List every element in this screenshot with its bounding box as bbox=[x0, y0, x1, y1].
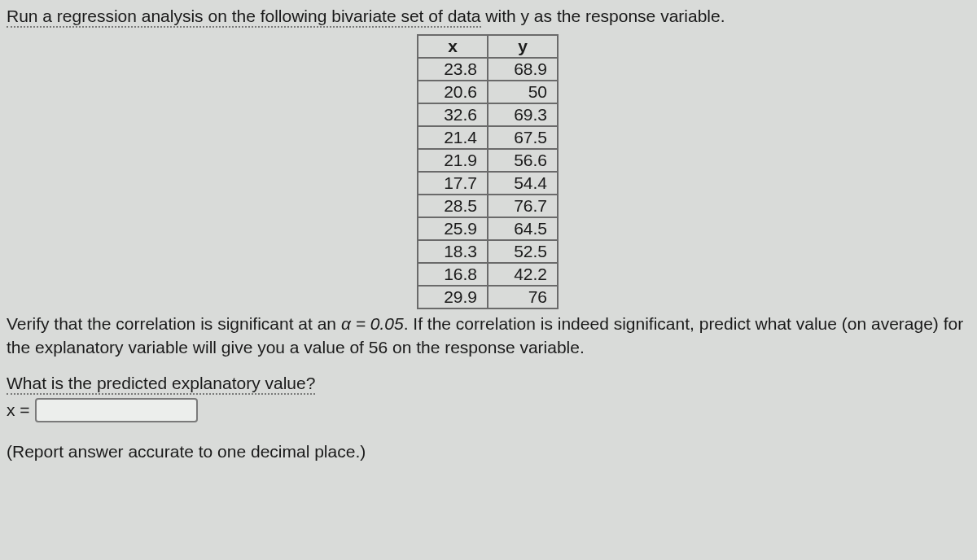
cell-x: 16.8 bbox=[418, 263, 488, 286]
cell-y: 67.5 bbox=[488, 126, 558, 149]
cell-x: 21.9 bbox=[418, 149, 488, 172]
table-row: 16.842.2 bbox=[418, 263, 558, 286]
cell-x: 28.5 bbox=[418, 195, 488, 217]
instruction-text-1a: Run a regression analysis on the followi… bbox=[7, 7, 481, 28]
table-row: 21.467.5 bbox=[418, 126, 558, 149]
table-row: 20.650 bbox=[418, 81, 558, 103]
cell-y: 54.4 bbox=[488, 172, 558, 195]
cell-x: 23.8 bbox=[418, 58, 488, 81]
col-header-y: y bbox=[488, 35, 558, 58]
cell-x: 20.6 bbox=[418, 81, 488, 103]
table-row: 28.576.7 bbox=[418, 195, 558, 217]
table-row: 29.976 bbox=[418, 286, 558, 308]
data-table: x y 23.868.920.65032.669.321.467.521.956… bbox=[417, 34, 559, 309]
cell-x: 21.4 bbox=[418, 126, 488, 149]
cell-y: 64.5 bbox=[488, 217, 558, 240]
instruction-text-1b: with y as the response variable. bbox=[481, 7, 725, 25]
col-header-x: x bbox=[418, 35, 488, 58]
cell-x: 25.9 bbox=[418, 217, 488, 240]
cell-x: 32.6 bbox=[418, 103, 488, 126]
cell-y: 76.7 bbox=[488, 195, 558, 217]
table-row: 25.964.5 bbox=[418, 217, 558, 240]
instruction-line-1: Run a regression analysis on the followi… bbox=[7, 5, 969, 28]
table-row: 17.754.4 bbox=[418, 172, 558, 195]
question-prompt: What is the predicted explanatory value? bbox=[7, 374, 315, 395]
cell-y: 52.5 bbox=[488, 240, 558, 263]
cell-y: 42.2 bbox=[488, 263, 558, 286]
cell-y: 76 bbox=[488, 286, 558, 308]
cell-x: 18.3 bbox=[418, 240, 488, 263]
table-row: 23.868.9 bbox=[418, 58, 558, 81]
table-row: 21.956.6 bbox=[418, 149, 558, 172]
table-row: 32.669.3 bbox=[418, 103, 558, 126]
cell-x: 17.7 bbox=[418, 172, 488, 195]
cell-y: 69.3 bbox=[488, 103, 558, 126]
cell-x: 29.9 bbox=[418, 286, 488, 308]
cell-y: 68.9 bbox=[488, 58, 558, 81]
answer-label: x = bbox=[7, 400, 30, 420]
instruction-text-2a: Verify that the correlation is significa… bbox=[7, 314, 341, 333]
instruction-line-2: Verify that the correlation is significa… bbox=[7, 313, 969, 359]
answer-input[interactable] bbox=[35, 398, 198, 422]
alpha-value: α = 0.05 bbox=[341, 314, 404, 333]
accuracy-note: (Report answer accurate to one decimal p… bbox=[7, 442, 969, 462]
table-row: 18.352.5 bbox=[418, 240, 558, 263]
cell-y: 50 bbox=[488, 81, 558, 103]
cell-y: 56.6 bbox=[488, 149, 558, 172]
